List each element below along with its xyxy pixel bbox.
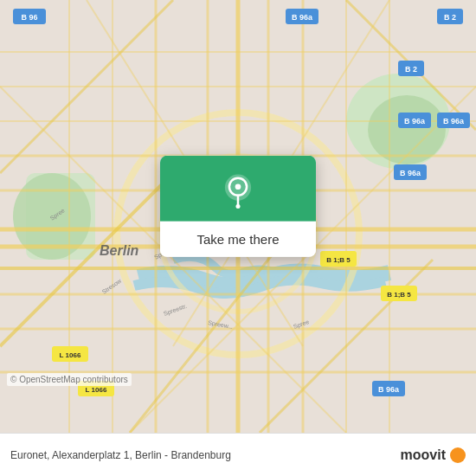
svg-point-72: [235, 204, 240, 209]
copyright-notice: © OpenStreetMap contributors: [7, 373, 132, 386]
moovit-dot-icon: [450, 447, 466, 463]
svg-text:Berlin: Berlin: [100, 243, 139, 258]
map-container[interactable]: B 96 B 2 B 96a B 2 B 96a B 96a B 96a B 2…: [0, 0, 476, 433]
svg-point-71: [235, 183, 241, 190]
svg-text:B 96a: B 96a: [400, 169, 421, 177]
card-header: [160, 156, 316, 222]
svg-point-2: [368, 95, 446, 164]
svg-text:B 2: B 2: [444, 13, 456, 22]
moovit-logo-text: moovit: [401, 447, 446, 463]
svg-text:B 2: B 2: [405, 65, 417, 74]
svg-text:L 1066: L 1066: [60, 351, 81, 359]
svg-text:B 96a: B 96a: [378, 385, 400, 394]
location-pin-icon: [220, 173, 256, 209]
moovit-logo: moovit: [401, 447, 466, 463]
svg-text:B 96a: B 96a: [292, 13, 313, 22]
footer-bar: Euronet, Alexanderplatz 1, Berlin - Bran…: [0, 433, 476, 476]
svg-text:B 96a: B 96a: [404, 117, 426, 125]
svg-text:B 1;B 5: B 1;B 5: [387, 291, 411, 299]
location-address: Euronet, Alexanderplatz 1, Berlin - Bran…: [10, 449, 231, 461]
svg-text:B 1;B 5: B 1;B 5: [326, 256, 351, 264]
svg-text:B 96a: B 96a: [443, 117, 465, 125]
take-me-there-button[interactable]: Take me there: [160, 222, 316, 257]
svg-text:B 96: B 96: [21, 13, 37, 22]
location-card: Take me there: [160, 156, 316, 257]
svg-text:L 1066: L 1066: [86, 386, 107, 394]
